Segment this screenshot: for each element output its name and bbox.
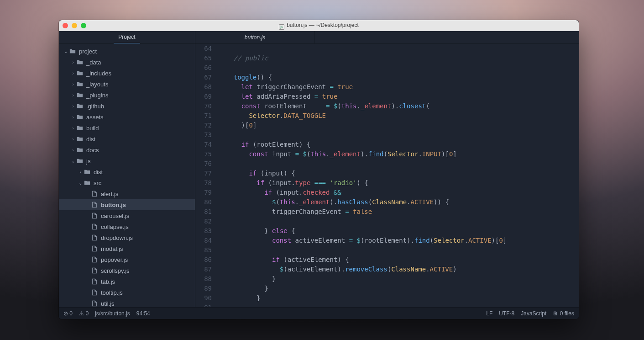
- tree-item-label: dist: [86, 136, 95, 143]
- tree-file[interactable]: carousel.js: [59, 210, 195, 221]
- tree-item-label: build: [86, 125, 99, 132]
- tree-item-label: tooltip.js: [101, 289, 123, 296]
- folder-icon: [84, 179, 91, 186]
- tree-folder[interactable]: ⌄project: [59, 46, 195, 57]
- tree-file[interactable]: dropdown.js: [59, 232, 195, 243]
- folder-icon: [76, 102, 84, 110]
- tree-item-label: _layouts: [86, 81, 108, 88]
- status-language[interactable]: JavaScript: [521, 310, 546, 317]
- tree-item-label: carousel.js: [101, 212, 129, 219]
- chevron-right-icon: ›: [77, 170, 84, 175]
- status-eol[interactable]: LF: [486, 310, 492, 317]
- file-tree[interactable]: ⌄project›_data›_includes›_layouts›_plugi…: [59, 44, 195, 307]
- tree-folder[interactable]: ›dist: [59, 133, 195, 144]
- tree-item-label: src: [94, 180, 101, 186]
- tree-item-label: dropdown.js: [101, 234, 133, 241]
- tree-file[interactable]: tab.js: [59, 276, 195, 287]
- warning-icon: ⚠: [79, 310, 84, 317]
- tree-file[interactable]: button.js: [59, 199, 195, 210]
- tree-file[interactable]: collapse.js: [59, 221, 195, 232]
- tree-folder[interactable]: ›_plugins: [59, 90, 195, 101]
- sidebar-tabs: Project: [59, 31, 195, 44]
- file-icon: [91, 223, 98, 230]
- traffic-lights: [63, 23, 86, 28]
- chevron-right-icon: ›: [70, 82, 76, 87]
- minimize-icon[interactable]: [72, 23, 77, 28]
- tree-file[interactable]: modal.js: [59, 243, 195, 254]
- tree-file[interactable]: popover.js: [59, 254, 195, 265]
- tree-file[interactable]: scrollspy.js: [59, 265, 195, 276]
- tree-folder[interactable]: ›_layouts: [59, 79, 195, 90]
- file-type-icon: js: [279, 24, 284, 30]
- tree-item-label: button.js: [101, 202, 126, 208]
- status-cursor[interactable]: 94:54: [136, 310, 150, 317]
- tree-item-label: js: [86, 158, 90, 165]
- tree-item-label: project: [79, 48, 97, 55]
- file-icon: [91, 267, 98, 274]
- tree-item-label: collapse.js: [101, 223, 129, 230]
- chevron-right-icon: ›: [70, 148, 76, 153]
- tab-bar: button.js: [195, 31, 579, 44]
- sidebar-pane: Project ⌄project›_data›_includes›_layout…: [59, 31, 195, 307]
- folder-icon: [76, 135, 84, 143]
- chevron-right-icon: ›: [70, 60, 76, 65]
- error-icon: ⊘: [63, 310, 68, 317]
- chevron-down-icon: ⌄: [63, 49, 69, 54]
- file-icon: [91, 256, 98, 263]
- chevron-down-icon: ⌄: [70, 159, 76, 164]
- folder-icon: [84, 168, 91, 175]
- tree-folder[interactable]: ›docs: [59, 144, 195, 155]
- status-errors[interactable]: ⊘ 0: [63, 310, 73, 317]
- tree-item-label: .github: [86, 103, 104, 110]
- editor-tab[interactable]: button.js: [195, 31, 315, 43]
- folder-icon: [76, 58, 84, 66]
- tree-item-label: _includes: [86, 70, 111, 77]
- file-icon: [91, 212, 98, 219]
- chevron-right-icon: ›: [70, 126, 76, 131]
- chevron-right-icon: ›: [70, 115, 76, 120]
- window-title: jsbutton.js — ~/Desktop/project: [59, 22, 579, 30]
- folder-icon: [76, 91, 84, 99]
- chevron-right-icon: ›: [70, 104, 76, 109]
- tree-item-label: _plugins: [86, 92, 108, 99]
- status-encoding[interactable]: UTF-8: [499, 310, 514, 317]
- tree-item-label: modal.js: [101, 245, 123, 252]
- tree-folder[interactable]: ›.github: [59, 101, 195, 112]
- tree-folder[interactable]: ⌄js: [59, 155, 195, 166]
- folder-icon: [76, 80, 84, 88]
- chevron-down-icon: ⌄: [77, 181, 84, 186]
- tree-folder[interactable]: ›assets: [59, 112, 195, 122]
- tree-item-label: _data: [86, 59, 101, 66]
- titlebar[interactable]: jsbutton.js — ~/Desktop/project: [59, 20, 579, 31]
- status-path[interactable]: js/src/button.js: [95, 310, 130, 317]
- file-icon: [91, 201, 98, 208]
- sidebar-tab-project[interactable]: Project: [114, 31, 140, 43]
- folder-icon: [76, 157, 84, 165]
- zoom-icon[interactable]: [81, 23, 86, 28]
- tree-folder[interactable]: ›build: [59, 122, 195, 133]
- tree-file[interactable]: alert.js: [59, 188, 195, 199]
- chevron-right-icon: ›: [70, 137, 76, 142]
- file-icon: [91, 245, 98, 252]
- tree-folder[interactable]: ⌄src: [59, 177, 195, 188]
- file-icon: [91, 234, 98, 241]
- file-icon: [91, 289, 98, 296]
- code-area[interactable]: // public toggle() { let triggerChangeEv…: [216, 44, 579, 307]
- file-icon: [91, 278, 98, 285]
- tree-file[interactable]: tooltip.js: [59, 287, 195, 298]
- close-icon[interactable]: [63, 23, 68, 28]
- folder-icon: [76, 124, 84, 132]
- tree-folder[interactable]: ›dist: [59, 166, 195, 177]
- folder-icon: [76, 146, 84, 154]
- tree-folder[interactable]: ›_includes: [59, 68, 195, 79]
- tree-folder[interactable]: ›_data: [59, 57, 195, 68]
- status-files[interactable]: 🗎 0 files: [553, 310, 574, 317]
- status-warnings[interactable]: ⚠ 0: [79, 310, 89, 317]
- line-gutter: 64 65 66 67 68 69 70 71 72 73 74 75 76 7…: [195, 44, 216, 307]
- editor-pane: button.js 64 65 66 67 68 69 70 71 72 73 …: [195, 31, 579, 307]
- tree-item-label: dist: [94, 169, 103, 175]
- folder-icon: [69, 48, 76, 55]
- code-editor[interactable]: 64 65 66 67 68 69 70 71 72 73 74 75 76 7…: [195, 44, 579, 307]
- tree-item-label: docs: [86, 147, 99, 154]
- tree-file[interactable]: util.js: [59, 298, 195, 307]
